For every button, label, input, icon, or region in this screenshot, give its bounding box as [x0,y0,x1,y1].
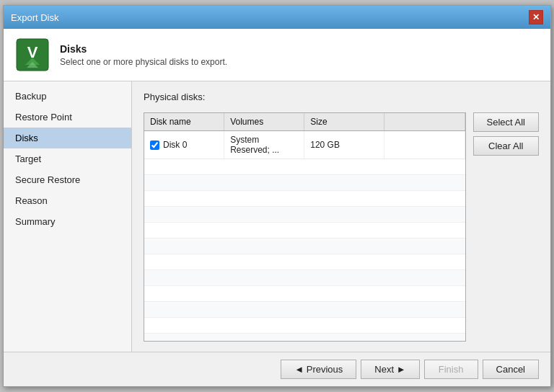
col-size: Size [304,113,384,130]
sidebar-item-reason[interactable]: Reason [4,190,131,211]
select-all-button[interactable]: Select All [473,112,539,132]
veeam-icon: V [15,37,50,72]
title-bar-buttons: ✕ [529,10,543,24]
table-body: Disk 0 System Reserved; ... 120 GB [144,131,465,341]
sidebar-item-summary[interactable]: Summary [4,211,131,232]
content-area: Backup Restore Point Disks Target Secure… [4,81,550,352]
disk-size-cell: 120 GB [304,131,384,159]
title-bar: Export Disk ✕ [4,6,550,29]
close-button[interactable]: ✕ [529,10,543,24]
sidebar-item-restore-point[interactable]: Restore Point [4,107,131,128]
export-disk-dialog: Export Disk ✕ V Disks Select one or more… [3,5,551,387]
disk-section: Disk name Volumes Size Disk 0 System Res… [144,112,539,342]
disk-table: Disk name Volumes Size Disk 0 System Res… [144,112,466,342]
sidebar-item-secure-restore[interactable]: Secure Restore [4,169,131,190]
disk-name-cell: Disk 0 [144,131,224,159]
right-buttons: Select All Clear All [473,112,539,342]
header-title: Disks [60,43,227,55]
next-button[interactable]: Next ► [361,360,419,379]
header-text: Disks Select one or more physical disks … [60,43,227,67]
finish-button[interactable]: Finish [424,360,478,379]
physical-disks-label: Physical disks: [144,92,539,102]
col-disk-name: Disk name [144,113,224,130]
disk-name-label: Disk 0 [163,140,187,150]
sidebar-item-target[interactable]: Target [4,148,131,169]
disk-checkbox[interactable] [150,141,159,150]
sidebar-item-disks[interactable]: Disks [4,128,131,148]
disk-extra-cell [384,131,465,159]
previous-button[interactable]: ◄ Previous [281,360,356,379]
sidebar-item-backup[interactable]: Backup [4,86,131,107]
cancel-button[interactable]: Cancel [483,360,539,379]
header-section: V Disks Select one or more physical disk… [4,29,550,81]
col-extra [384,113,465,130]
header-subtitle: Select one or more physical disks to exp… [60,57,227,67]
footer: ◄ Previous Next ► Finish Cancel [4,352,550,386]
table-row: Disk 0 System Reserved; ... 120 GB [144,131,465,159]
sidebar: Backup Restore Point Disks Target Secure… [4,81,132,352]
main-content: Physical disks: Disk name Volumes Size D… [132,81,550,352]
table-header: Disk name Volumes Size [144,113,465,131]
clear-all-button[interactable]: Clear All [473,136,539,156]
col-volumes: Volumes [224,113,304,130]
dialog-title: Export Disk [11,12,58,23]
empty-rows [144,159,465,341]
disk-volumes-cell: System Reserved; ... [224,131,304,159]
